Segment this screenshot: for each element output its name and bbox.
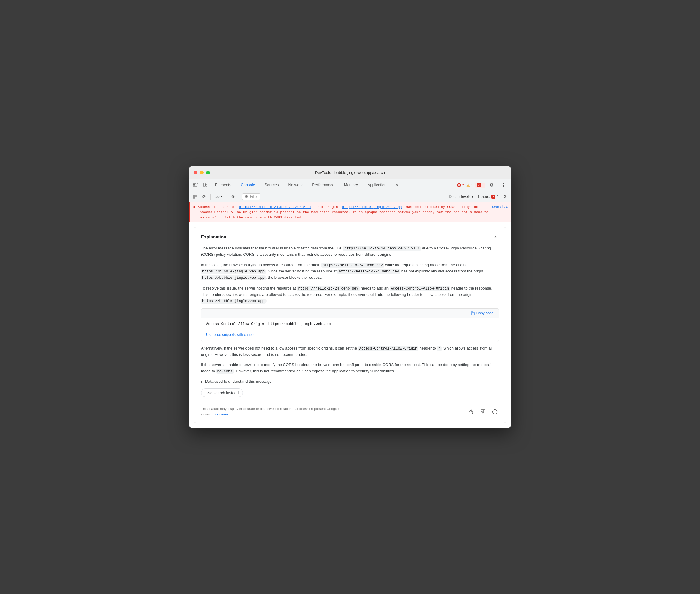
context-label: top [215, 195, 220, 199]
warn-badge[interactable]: ⚠ 1 [466, 183, 473, 188]
toolbar-right: Default levels ▾ 1 Issue: ✕ 1 ⚙ [447, 193, 509, 200]
report-button[interactable] [491, 407, 499, 416]
error-url1-link[interactable]: https://hello-io-24.deno.dev/?lvl=1 [239, 205, 311, 209]
use-search-button[interactable]: Use search instead [201, 389, 243, 397]
explanation-header: Explanation × [201, 233, 499, 240]
settings-button[interactable]: ⚙ [487, 181, 496, 190]
toolbar-divider-1 [210, 194, 211, 200]
code-header1: Access-Control-Allow-Origin [390, 286, 450, 291]
code-block: Copy code Access-Control-Allow-Origin: h… [201, 308, 499, 342]
code-origin4: https://bubble-jingle.web.app [201, 275, 266, 280]
tab-console[interactable]: Console [236, 179, 260, 191]
data-used-toggle[interactable]: ▶ Data used to understand this message [201, 378, 499, 385]
console-settings-button[interactable]: ⚙ [501, 193, 509, 200]
issue-count-label: 1 Issue: ✕ 1 [478, 195, 499, 199]
filter-input[interactable]: ⚙ Filter [242, 193, 261, 200]
badge-area: ✕ 2 ⚠ 1 ✕ 1 ⚙ ⋮ [457, 181, 509, 190]
code-origin5: https://bubble-jingle.web.app [201, 299, 266, 304]
svg-rect-14 [471, 312, 474, 315]
code-header2: Access-Control-Allow-Origin [358, 346, 418, 351]
info-badge[interactable]: ✕ 1 [476, 183, 485, 188]
svg-rect-0 [193, 183, 195, 185]
tab-performance[interactable]: Performance [307, 179, 339, 191]
context-selector[interactable]: top ▾ [213, 194, 224, 200]
devtools-window: DevTools - bubble-jingle.web.app/search [189, 166, 511, 428]
copy-code-label: Copy code [476, 311, 493, 315]
console-content: ✖ Access to fetch at 'https://hello-io-2… [189, 202, 511, 428]
svg-rect-8 [206, 184, 207, 187]
code-nocors: no-cors [216, 369, 234, 374]
titlebar: DevTools - bubble-jingle.web.app/search [189, 166, 511, 179]
code-wildcard: * [437, 346, 442, 351]
dropdown-arrow-icon-2: ▾ [471, 195, 473, 199]
explanation-panel: Explanation × The error message indicate… [194, 227, 506, 423]
warn-triangle-icon: ⚠ [466, 183, 470, 188]
triangle-right-icon: ▶ [201, 380, 203, 384]
svg-rect-10 [193, 195, 195, 198]
error-text: Access to fetch at 'https://hello-io-24.… [198, 204, 489, 220]
svg-point-17 [494, 412, 495, 413]
toolbar-divider-3 [240, 194, 240, 200]
minimize-button[interactable] [200, 171, 204, 174]
clear-console-button[interactable]: ⊘ [200, 193, 208, 200]
caution-link[interactable]: Use code snippets with caution [206, 333, 255, 337]
devtools-tab-bar: Elements Console Sources Network Perform… [189, 179, 511, 191]
svg-rect-1 [195, 183, 198, 184]
maximize-button[interactable] [206, 171, 210, 174]
default-levels-label: Default levels [449, 195, 470, 199]
filter-label: Filter [250, 195, 258, 199]
dropdown-arrow-icon: ▾ [221, 195, 222, 198]
data-used-label: Data used to understand this message [205, 378, 272, 385]
thumbs-up-button[interactable] [467, 407, 475, 416]
filter-icon: ⚙ [245, 195, 248, 199]
tab-sources[interactable]: Sources [260, 179, 284, 191]
error-icon: ✖ [193, 205, 195, 220]
explanation-para-3: To resolve this issue, the server hostin… [201, 285, 499, 304]
error-square-icon: ✕ [477, 183, 481, 187]
explanation-para-4: Alternatively, if the server does not ne… [201, 345, 499, 358]
close-button[interactable]: × [492, 233, 499, 240]
sidebar-toggle-button[interactable] [191, 193, 199, 200]
footer-area: This feature may display inaccurate or o… [201, 402, 499, 417]
tab-more[interactable]: » [391, 179, 403, 191]
code-snippet: Access-Control-Allow-Origin: https://bub… [201, 318, 499, 330]
window-title: DevTools - bubble-jingle.web.app/search [315, 170, 385, 175]
issue-count-icon: ✕ [491, 195, 495, 199]
code-server1: https://hello-io-24.deno.dev [297, 286, 360, 291]
inspect-icon[interactable] [191, 181, 200, 190]
error-circle-icon: ✕ [457, 183, 461, 187]
console-toolbar: ⊘ top ▾ 👁 ⚙ Filter Default levels ▾ 1 Is… [189, 191, 511, 202]
tab-network[interactable]: Network [284, 179, 308, 191]
window-controls [194, 171, 210, 174]
close-button[interactable] [194, 171, 198, 174]
explanation-para-5: If the server is unable or unwilling to … [201, 362, 499, 374]
tab-memory[interactable]: Memory [339, 179, 363, 191]
thumbs-down-button[interactable] [479, 407, 487, 416]
error-url2-link[interactable]: https://bubble-jingle.web.app [342, 205, 402, 209]
footer-text: This feature may display inaccurate or o… [201, 406, 344, 417]
tab-application[interactable]: Application [363, 179, 391, 191]
error-badge[interactable]: ✕ 2 [457, 183, 464, 187]
more-menu-button[interactable]: ⋮ [499, 181, 508, 190]
code-url1: https://hello-io-24.deno.dev/?lvl=1 [343, 246, 421, 251]
footer-actions [467, 407, 499, 416]
explanation-title: Explanation [201, 234, 226, 239]
error-source-link[interactable]: search:1 [492, 204, 508, 220]
code-block-header: Copy code [201, 309, 499, 318]
explanation-body: The error message indicates that the bro… [201, 245, 499, 417]
tab-elements[interactable]: Elements [210, 179, 236, 191]
close-icon: × [494, 234, 497, 240]
learn-more-link[interactable]: Learn more [211, 412, 229, 416]
code-origin3: https://hello-io-24.deno.dev [338, 269, 400, 274]
device-icon[interactable] [201, 181, 209, 190]
code-origin1: https://hello-io-24.deno.dev [321, 263, 384, 268]
copy-code-button[interactable]: Copy code [468, 310, 495, 316]
code-origin2: https://bubble-jingle.web.app [201, 269, 266, 274]
explanation-para-1: The error message indicates that the bro… [201, 245, 499, 258]
eye-button[interactable]: 👁 [230, 193, 237, 200]
error-message: ✖ Access to fetch at 'https://hello-io-2… [189, 202, 511, 222]
explanation-para-2: In this case, the browser is trying to a… [201, 262, 499, 281]
default-levels-button[interactable]: Default levels ▾ [447, 194, 475, 200]
